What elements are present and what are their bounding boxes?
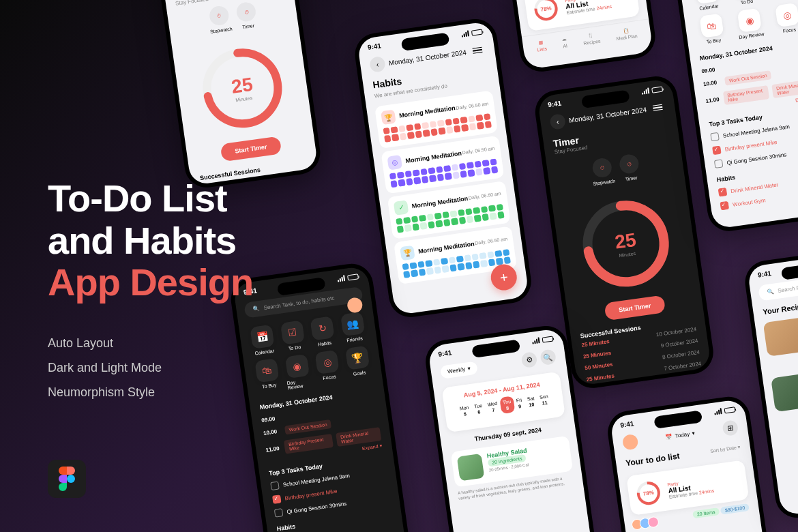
figma-icon xyxy=(48,460,86,498)
recipe-thumb[interactable] xyxy=(763,316,798,357)
menu-button[interactable] xyxy=(649,99,666,116)
filter-button[interactable]: ⚙ xyxy=(521,351,538,368)
hero-text: To-Do List and Habits App Design Auto La… xyxy=(48,177,253,404)
stopwatch-tab[interactable]: ⏱Stopwatch xyxy=(590,157,616,186)
goals-tile[interactable]: 🏆Goals xyxy=(344,345,373,382)
today-dropdown[interactable]: 📅 Today ▾ xyxy=(665,430,695,440)
phone-habits: 9:41 ‹ Monday, 31 October 2024 Habits We… xyxy=(352,16,533,320)
hero-title: To-Do List and Habits App Design xyxy=(48,177,253,304)
nav-mealplan[interactable]: 📋Meal Plan xyxy=(615,27,638,41)
weekday[interactable]: Thu8 xyxy=(499,396,515,414)
tobuy-tile[interactable]: 🛍To Buy xyxy=(253,358,282,395)
focus-tile[interactable]: ◎Focus xyxy=(313,349,342,386)
progress-ring: 78% xyxy=(531,0,561,24)
timer-tab[interactable]: ◷Timer xyxy=(619,153,641,183)
grid-button[interactable]: ⊞ xyxy=(722,419,739,437)
nav-recipes[interactable]: 🍴Recipes xyxy=(582,32,600,46)
weekday[interactable]: Wed7 xyxy=(484,398,501,416)
stopwatch-tab[interactable]: ⏱Stopwatch xyxy=(207,5,233,34)
calendar-tile[interactable]: 📅Calendar xyxy=(689,0,725,12)
nav-ai[interactable]: ☁AI xyxy=(561,36,567,48)
stopwatch-icon: ⏱ xyxy=(216,13,222,18)
phone-lists: Estimate time 20 Items $80-$100 78% Part… xyxy=(504,0,658,74)
svg-point-0 xyxy=(67,475,75,483)
habits-tile[interactable]: ↻Habits xyxy=(308,316,337,348)
start-timer-button[interactable]: Start Timer xyxy=(604,295,666,321)
tobuy-tile[interactable]: 🛍To Buy xyxy=(694,12,730,45)
feature-list: Auto Layout Dark and Light Mode Neumorph… xyxy=(48,331,253,404)
timer-dial[interactable]: 25Minutes xyxy=(192,38,293,138)
habits-tile[interactable]: ↻Habits xyxy=(765,0,798,1)
review-tile[interactable]: ◉Day Review xyxy=(283,354,312,391)
date-header: Monday, 31 October 2024 xyxy=(388,48,467,67)
phone-dashboard-dark: 9:41 🔍Search Task, to do, habits etc 📅Ca… xyxy=(228,261,412,532)
timer-dial[interactable]: 25Minutes xyxy=(572,190,680,297)
weekly-dropdown[interactable]: Weekly▾ xyxy=(440,361,478,379)
timer-tab[interactable]: ◷Timer xyxy=(235,1,258,31)
recipe-thumb[interactable] xyxy=(771,372,798,412)
back-button[interactable]: ‹ xyxy=(369,56,386,73)
recipe-image xyxy=(457,454,485,482)
start-timer-button[interactable]: Start Timer xyxy=(220,136,282,162)
weekday[interactable]: Mon5 xyxy=(456,402,473,420)
menu-button[interactable] xyxy=(469,42,486,59)
nav-lists[interactable]: ▦Lists xyxy=(536,40,548,53)
focus-tile[interactable]: ◎Focus xyxy=(769,2,798,35)
avatar[interactable] xyxy=(622,434,639,451)
back-button[interactable]: ‹ xyxy=(549,113,566,130)
search-icon: 🔍 xyxy=(252,306,260,312)
timer-icon: ◷ xyxy=(244,9,249,15)
phone-timer-light: Timer Stay Focused ⏱Stopwatch ◷Timer 25M… xyxy=(156,0,323,190)
todo-tile[interactable]: ☑To Do xyxy=(278,320,307,352)
friends-tile[interactable]: 👥Friends xyxy=(339,312,368,344)
search-button[interactable]: 🔍 xyxy=(540,349,557,366)
weekday[interactable]: Sun11 xyxy=(536,391,552,409)
phone-todo: 9:41 📅 Today ▾ ⊞ Your to do list Sort by… xyxy=(605,394,773,532)
svg-point-1 xyxy=(59,483,67,491)
review-tile[interactable]: ◉Day Review xyxy=(732,8,768,40)
todo-tile[interactable]: ☑To Do xyxy=(727,0,763,6)
sort-dropdown[interactable]: Sort by Date ▾ xyxy=(710,445,741,454)
